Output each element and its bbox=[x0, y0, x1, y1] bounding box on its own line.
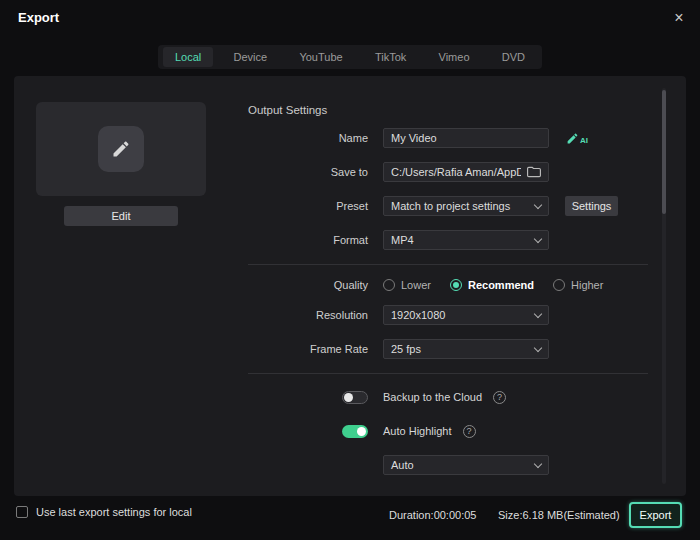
format-row: Format MP4 bbox=[248, 230, 549, 250]
tab-dvd[interactable]: DVD bbox=[490, 47, 537, 67]
help-icon[interactable]: ? bbox=[493, 391, 506, 404]
duration-text: Duration:00:00:05 bbox=[389, 509, 476, 521]
ai-rename-icon[interactable]: AI bbox=[566, 132, 588, 145]
save-to-field bbox=[383, 162, 549, 182]
radio-circle-icon bbox=[553, 279, 565, 291]
auto-mode-value: Auto bbox=[391, 459, 414, 471]
tab-tiktok[interactable]: TikTok bbox=[363, 47, 418, 67]
checkbox-icon[interactable] bbox=[16, 506, 28, 518]
resolution-value: 1920x1080 bbox=[391, 309, 445, 321]
tab-youtube[interactable]: YouTube bbox=[287, 47, 354, 67]
backup-cloud-label: Backup to the Cloud bbox=[383, 391, 482, 403]
frame-rate-row: Frame Rate 25 fps bbox=[248, 339, 549, 359]
chevron-down-icon bbox=[534, 459, 542, 467]
frame-rate-label: Frame Rate bbox=[248, 343, 368, 355]
auto-highlight-row: Auto Highlight ? bbox=[248, 421, 476, 441]
name-label: Name bbox=[248, 132, 368, 144]
auto-mode-row: Auto bbox=[248, 455, 549, 475]
name-input[interactable] bbox=[391, 132, 541, 144]
name-row: Name AI bbox=[248, 128, 588, 148]
tab-device[interactable]: Device bbox=[222, 47, 280, 67]
save-to-label: Save to bbox=[248, 166, 368, 178]
frame-rate-value: 25 fps bbox=[391, 343, 421, 355]
settings-button[interactable]: Settings bbox=[565, 196, 618, 216]
preset-label: Preset bbox=[248, 200, 368, 212]
radio-label: Lower bbox=[401, 279, 431, 291]
radio-label: Recommend bbox=[468, 279, 534, 291]
close-icon[interactable]: × bbox=[668, 7, 690, 29]
format-dropdown[interactable]: MP4 bbox=[383, 230, 549, 250]
frame-rate-dropdown[interactable]: 25 fps bbox=[383, 339, 549, 359]
use-last-settings-label: Use last export settings for local bbox=[36, 506, 192, 518]
tab-local[interactable]: Local bbox=[163, 47, 213, 67]
divider bbox=[248, 373, 648, 374]
chevron-down-icon bbox=[534, 234, 542, 242]
chevron-down-icon bbox=[534, 200, 542, 208]
radio-circle-icon bbox=[450, 279, 462, 291]
format-label: Format bbox=[248, 234, 368, 246]
video-thumbnail-preview bbox=[36, 102, 206, 196]
format-value: MP4 bbox=[391, 234, 414, 246]
ai-badge-label: AI bbox=[580, 136, 588, 145]
auto-mode-dropdown[interactable]: Auto bbox=[383, 455, 549, 475]
radio-quality-lower[interactable]: Lower bbox=[383, 279, 431, 291]
radio-quality-recommend[interactable]: Recommend bbox=[450, 279, 534, 291]
size-text: Size:6.18 MB(Estimated) bbox=[498, 509, 620, 521]
tab-vimeo[interactable]: Vimeo bbox=[427, 47, 482, 67]
backup-cloud-toggle[interactable] bbox=[342, 391, 368, 404]
export-button[interactable]: Export bbox=[629, 502, 682, 528]
preset-dropdown[interactable]: Match to project settings bbox=[383, 196, 549, 216]
preset-row: Preset Match to project settings Setting… bbox=[248, 196, 618, 216]
auto-highlight-label: Auto Highlight bbox=[383, 425, 452, 437]
use-last-settings-checkbox[interactable]: Use last export settings for local bbox=[16, 506, 192, 518]
backup-cloud-row: Backup to the Cloud ? bbox=[248, 387, 506, 407]
save-to-input[interactable] bbox=[391, 166, 521, 178]
radio-circle-icon bbox=[383, 279, 395, 291]
radio-quality-higher[interactable]: Higher bbox=[553, 279, 603, 291]
pencil-tile-icon bbox=[98, 126, 144, 172]
quality-row: Quality Lower Recommend Higher bbox=[248, 275, 622, 295]
folder-browse-icon[interactable] bbox=[527, 166, 541, 178]
help-icon[interactable]: ? bbox=[463, 425, 476, 438]
scrollbar-thumb[interactable] bbox=[662, 90, 666, 214]
chevron-down-icon bbox=[534, 309, 542, 317]
output-settings-heading: Output Settings bbox=[248, 104, 327, 116]
edit-button[interactable]: Edit bbox=[64, 206, 178, 226]
quality-label: Quality bbox=[248, 279, 368, 291]
dialog-title: Export bbox=[18, 10, 59, 25]
resolution-label: Resolution bbox=[248, 309, 368, 321]
export-destination-tabs: Local Device YouTube TikTok Vimeo DVD bbox=[158, 45, 542, 69]
resolution-dropdown[interactable]: 1920x1080 bbox=[383, 305, 549, 325]
radio-label: Higher bbox=[571, 279, 603, 291]
export-settings-panel: Edit Output Settings Name AI Save to Pr bbox=[14, 76, 686, 496]
save-to-row: Save to bbox=[248, 162, 549, 182]
resolution-row: Resolution 1920x1080 bbox=[248, 305, 549, 325]
chevron-down-icon bbox=[534, 343, 542, 351]
divider bbox=[248, 264, 648, 265]
auto-highlight-toggle[interactable] bbox=[342, 425, 368, 438]
preset-value: Match to project settings bbox=[391, 200, 510, 212]
name-field bbox=[383, 128, 549, 148]
